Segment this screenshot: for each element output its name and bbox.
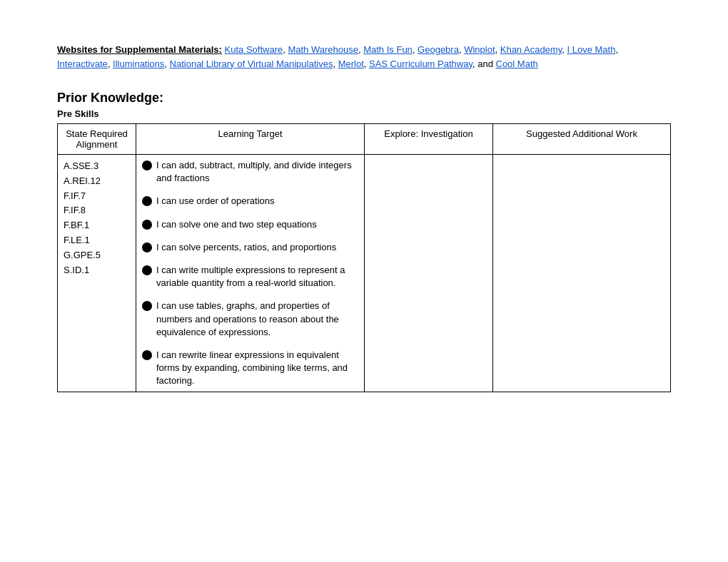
learning-item-1-text: I can add, subtract, multiply, and divid… xyxy=(156,159,358,185)
learning-item-3: I can solve one and two step equations xyxy=(142,218,358,231)
learning-item-6: I can use tables, graphs, and properties… xyxy=(142,300,358,339)
link-geogebra[interactable]: Geogebra xyxy=(418,44,459,55)
cell-suggested xyxy=(493,155,671,392)
websites-label: Websites for Supplemental Materials: xyxy=(57,44,222,55)
header-state: State Required Alignment xyxy=(58,124,136,155)
prior-knowledge-title: Prior Knowledge: xyxy=(57,91,671,106)
link-kuta[interactable]: Kuta Software xyxy=(225,44,283,55)
learning-item-6-text: I can use tables, graphs, and properties… xyxy=(156,300,358,339)
bullet-icon-3 xyxy=(142,220,152,230)
learning-item-2: I can use order of operations xyxy=(142,195,358,208)
cell-explore xyxy=(365,155,493,392)
pre-skills-title: Pre Skills xyxy=(57,108,671,119)
learning-item-7: I can rewrite linear expressions in equi… xyxy=(142,349,358,388)
learning-item-4-text: I can solve percents, ratios, and propor… xyxy=(156,241,336,254)
bullet-icon-2 xyxy=(142,196,152,206)
table-row: A.SSE.3A.REI.12F.IF.7F.IF.8F.BF.1F.LE.1G… xyxy=(58,155,671,392)
bullet-icon-7 xyxy=(142,350,152,360)
header-explore: Explore: Investigation xyxy=(365,124,493,155)
learning-item-2-text: I can use order of operations xyxy=(156,195,275,208)
link-i-love-math[interactable]: I Love Math xyxy=(567,44,615,55)
link-khan-academy[interactable]: Khan Academy xyxy=(500,44,562,55)
cell-state-standards: A.SSE.3A.REI.12F.IF.7F.IF.8F.BF.1F.LE.1G… xyxy=(58,155,136,392)
link-cool-math[interactable]: Cool Math xyxy=(496,58,538,69)
bullet-icon-1 xyxy=(142,160,152,170)
cell-learning-targets: I can add, subtract, multiply, and divid… xyxy=(136,155,365,392)
learning-item-3-text: I can solve one and two step equations xyxy=(156,218,317,231)
bullet-icon-5 xyxy=(142,265,152,275)
link-nlvm[interactable]: National Library of Virtual Manipulative… xyxy=(170,58,333,69)
state-standards-list: A.SSE.3A.REI.12F.IF.7F.IF.8F.BF.1F.LE.1G… xyxy=(64,159,130,277)
learning-item-4: I can solve percents, ratios, and propor… xyxy=(142,241,358,254)
learning-item-5-text: I can write multiple expressions to repr… xyxy=(156,264,358,290)
learning-item-5: I can write multiple expressions to repr… xyxy=(142,264,358,290)
link-math-warehouse[interactable]: Math Warehouse xyxy=(288,44,358,55)
learning-item-7-text: I can rewrite linear expressions in equi… xyxy=(156,349,358,388)
link-merlot[interactable]: Merlot xyxy=(338,58,364,69)
table-header-row: State Required Alignment Learning Target… xyxy=(58,124,671,155)
learning-item-1: I can add, subtract, multiply, and divid… xyxy=(142,159,358,185)
header-learning: Learning Target xyxy=(136,124,365,155)
bullet-icon-6 xyxy=(142,301,152,311)
link-interactivate[interactable]: Interactivate xyxy=(57,58,108,69)
learning-targets-list: I can add, subtract, multiply, and divid… xyxy=(142,159,358,387)
link-illuminations[interactable]: Illuminations xyxy=(113,58,164,69)
pre-skills-table: State Required Alignment Learning Target… xyxy=(57,123,671,392)
link-math-is-fun[interactable]: Math Is Fun xyxy=(363,44,413,55)
header-suggested: Suggested Additional Work xyxy=(493,124,671,155)
websites-section: Websites for Supplemental Materials: Kut… xyxy=(57,43,671,71)
bullet-icon-4 xyxy=(142,242,152,252)
link-sas[interactable]: SAS Curriculum Pathway xyxy=(369,58,472,69)
prior-knowledge-section: Prior Knowledge: Pre Skills State Requir… xyxy=(57,91,671,392)
link-winplot[interactable]: Winplot xyxy=(464,44,495,55)
